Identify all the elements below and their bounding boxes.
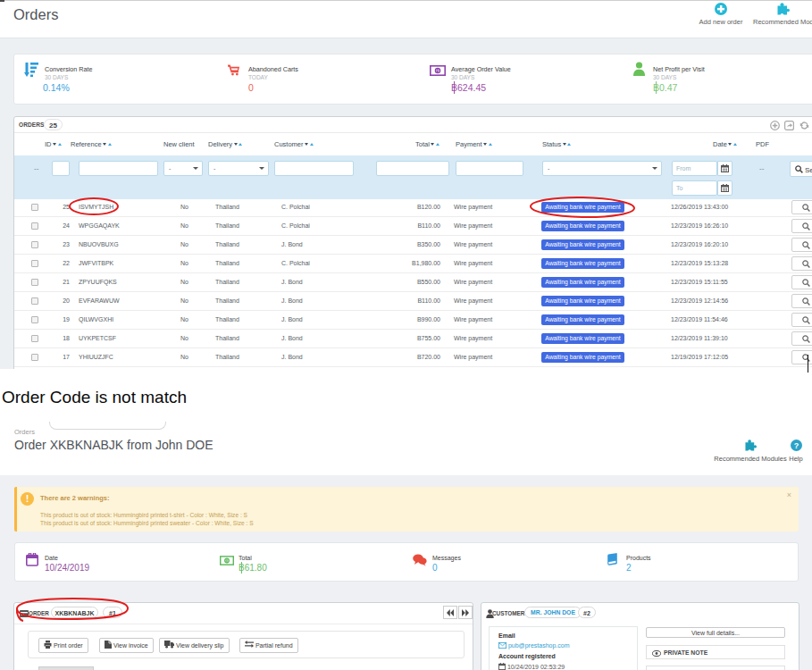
svg-text:?: ? (793, 441, 799, 450)
